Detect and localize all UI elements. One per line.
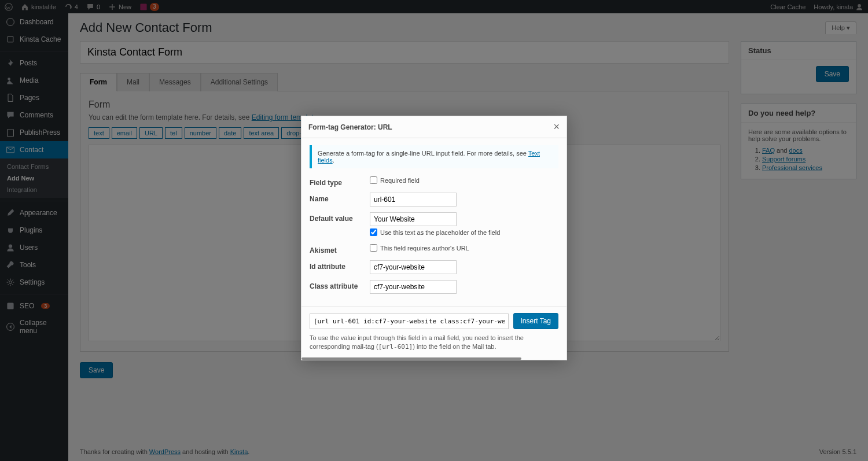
insert-tag-button[interactable]: Insert Tag	[513, 313, 558, 329]
required-checkbox[interactable]	[370, 176, 377, 184]
label-class-attribute: Class attribute	[310, 280, 370, 290]
generated-tag-input[interactable]	[310, 314, 509, 329]
akismet-checkbox[interactable]	[370, 244, 377, 252]
modal-info: Generate a form-tag for a single-line UR…	[310, 145, 558, 168]
class-attribute-input[interactable]	[370, 280, 457, 294]
label-akismet: Akismet	[310, 244, 370, 255]
modal-foot-note: To use the value input through this fiel…	[310, 334, 558, 352]
label-field-type: Field type	[310, 176, 370, 187]
akismet-option-label[interactable]: This field requires author's URL	[370, 244, 558, 252]
modal-close-button[interactable]: ×	[553, 121, 560, 133]
form-tag-generator-modal: Form-tag Generator: URL × Generate a for…	[301, 116, 567, 360]
label-id-attribute: Id attribute	[310, 260, 370, 271]
placeholder-checkbox[interactable]	[370, 228, 377, 236]
label-name: Name	[310, 193, 370, 203]
placeholder-option-label[interactable]: Use this text as the placeholder of the …	[370, 228, 558, 236]
modal-scrollbar[interactable]	[301, 357, 521, 360]
name-input[interactable]	[370, 193, 457, 206]
label-default-value: Default value	[310, 212, 370, 223]
modal-title: Form-tag Generator: URL	[308, 123, 392, 131]
id-attribute-input[interactable]	[370, 260, 457, 274]
default-value-input[interactable]	[370, 212, 457, 226]
required-field-label[interactable]: Required field	[370, 176, 558, 184]
